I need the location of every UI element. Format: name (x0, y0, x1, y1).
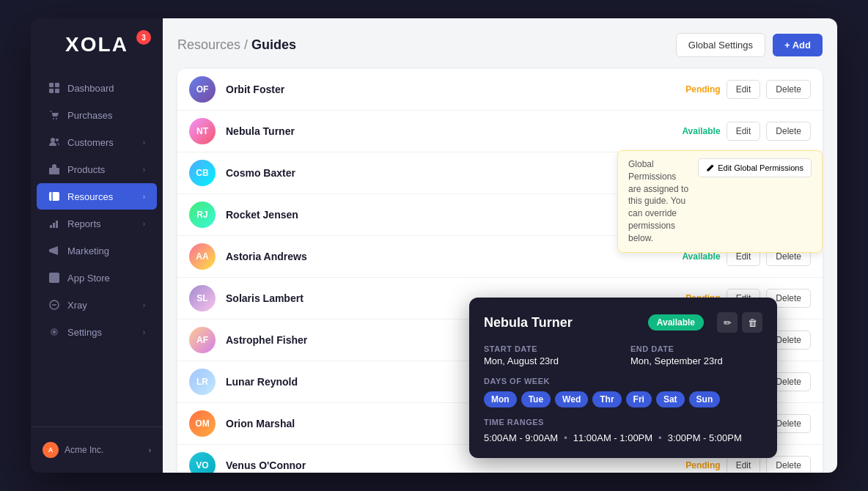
customers-icon (48, 136, 60, 148)
sidebar-item-customers[interactable]: Customers › (37, 129, 157, 155)
sidebar-item-reports[interactable]: Reports › (37, 210, 157, 237)
popup-time-ranges-section: Time Ranges 5:00AM - 9:00AM • 11:00AM - … (484, 418, 762, 443)
tooltip-text: Global Permissions are assigned to this … (628, 158, 691, 245)
guide-status-badge: Available (676, 125, 726, 138)
day-pill[interactable]: Wed (555, 391, 588, 407)
popup-header: Nebula Turner Available ✏ 🗑 (484, 312, 762, 333)
guide-row-actions: EditDelete (727, 456, 811, 473)
sidebar-footer: A Acme Inc. › (31, 427, 163, 473)
guide-avatar: NT (189, 118, 216, 144)
guide-name: Orbit Foster (226, 84, 680, 95)
svg-rect-8 (49, 168, 59, 174)
popup-end-date-label: End Date (630, 344, 762, 353)
day-pill[interactable]: Mon (484, 391, 517, 407)
company-switcher[interactable]: A Acme Inc. › (37, 436, 157, 464)
guide-name: Cosmo Baxter (226, 167, 680, 179)
svg-rect-13 (56, 221, 58, 228)
sidebar: XOLA 3 Dashboard Purchases (31, 18, 163, 473)
popup-actions: ✏ 🗑 (717, 312, 762, 333)
svg-rect-1 (55, 83, 59, 87)
add-button[interactable]: + Add (773, 34, 823, 56)
popup-delete-button[interactable]: 🗑 (742, 312, 762, 333)
svg-point-6 (51, 138, 55, 142)
popup-start-date-field: Start Date Mon, August 23rd (484, 344, 616, 366)
popup-days-label: Days of Week (484, 377, 762, 385)
global-settings-button[interactable]: Global Settings (676, 33, 765, 57)
guide-avatar: AF (189, 327, 216, 353)
time-range-2: 11:00AM - 1:00PM (573, 432, 652, 443)
popup-time-ranges-label: Time Ranges (484, 418, 762, 427)
guide-edit-button[interactable]: Edit (727, 122, 761, 141)
resources-arrow: › (143, 193, 145, 201)
day-pill[interactable]: Sun (689, 391, 721, 407)
guide-avatar: SL (189, 285, 216, 311)
svg-rect-0 (49, 83, 54, 87)
appstore-icon (48, 272, 60, 284)
guide-name: Astoria Andrews (226, 251, 676, 262)
sidebar-label-resources: Resources (67, 191, 113, 202)
marketing-icon (48, 245, 60, 256)
company-name: Acme Inc. (65, 445, 103, 455)
dashboard-icon (48, 82, 60, 94)
time-range-3: 3:00PM - 5:00PM (668, 432, 742, 443)
sidebar-item-dashboard[interactable]: Dashboard (37, 75, 157, 101)
app-logo: XOLA (65, 33, 128, 56)
guide-edit-button[interactable]: Edit (727, 80, 761, 99)
guide-edit-button[interactable]: Edit (727, 456, 761, 473)
guide-delete-button[interactable]: Delete (766, 122, 811, 141)
guide-avatar: OM (189, 410, 216, 437)
products-arrow: › (143, 166, 145, 174)
guide-delete-button[interactable]: Delete (766, 456, 811, 473)
time-ranges: 5:00AM - 9:00AM • 11:00AM - 1:00PM • 3:0… (484, 432, 762, 443)
sidebar-item-xray[interactable]: Xray › (37, 292, 157, 318)
xray-arrow: › (143, 301, 145, 309)
popup-status-badge: Available (648, 314, 704, 331)
main-content: Resources / Guides Global Settings + Add… (163, 18, 837, 473)
settings-icon (48, 326, 60, 338)
popup-guide-name: Nebula Turner (484, 315, 573, 331)
guide-delete-button[interactable]: Delete (766, 80, 811, 99)
sidebar-item-products[interactable]: Products › (37, 156, 157, 182)
day-pill[interactable]: Thr (592, 391, 621, 407)
sidebar-label-products: Products (67, 164, 105, 175)
day-pill[interactable]: Tue (521, 391, 551, 407)
sidebar-item-resources[interactable]: Resources › (37, 183, 157, 210)
notification-badge: 3 (136, 30, 151, 45)
svg-point-7 (56, 139, 59, 141)
purchases-icon (48, 109, 60, 121)
svg-rect-2 (49, 89, 54, 93)
guide-name: Rocket Jensen (226, 209, 680, 221)
time-range-1: 5:00AM - 9:00AM (484, 432, 558, 443)
edit-global-permissions-button[interactable]: Edit Global Permissions (698, 158, 812, 177)
xray-icon (48, 299, 60, 311)
svg-rect-11 (50, 225, 52, 228)
time-dot-1: • (564, 432, 567, 443)
guide-avatar: CB (189, 160, 216, 186)
popup-dates-grid: Start Date Mon, August 23rd End Date Mon… (484, 344, 762, 366)
breadcrumb-current: Guides (251, 37, 296, 52)
guide-row: RJRocket JensenPendingEditDeleteGlobal P… (177, 194, 823, 236)
svg-rect-14 (49, 249, 51, 252)
time-dot-2: • (658, 432, 662, 443)
sidebar-item-purchases[interactable]: Purchases (37, 102, 157, 128)
app-wrapper: XOLA 3 Dashboard Purchases (31, 18, 837, 473)
guide-detail-popup: Nebula Turner Available ✏ 🗑 Start Date M… (469, 298, 777, 458)
guide-avatar: OF (189, 76, 216, 103)
popup-start-date-label: Start Date (484, 344, 616, 353)
guide-name: Venus O'Connor (226, 459, 680, 471)
day-pill[interactable]: Fri (626, 391, 652, 407)
svg-point-18 (53, 331, 56, 333)
sidebar-item-marketing[interactable]: Marketing (37, 237, 157, 264)
sidebar-label-purchases: Purchases (67, 110, 112, 121)
settings-arrow: › (143, 328, 145, 336)
guide-avatar: LR (189, 369, 216, 395)
svg-point-4 (53, 118, 54, 119)
guide-avatar: VO (189, 452, 216, 473)
sidebar-item-appstore[interactable]: App Store (37, 265, 157, 291)
sidebar-label-xray: Xray (67, 300, 87, 311)
guide-row-actions: EditDelete (727, 80, 811, 99)
sidebar-item-settings[interactable]: Settings › (37, 319, 157, 345)
popup-edit-button[interactable]: ✏ (717, 312, 738, 333)
company-avatar: A (43, 442, 59, 458)
day-pill[interactable]: Sat (656, 391, 685, 407)
